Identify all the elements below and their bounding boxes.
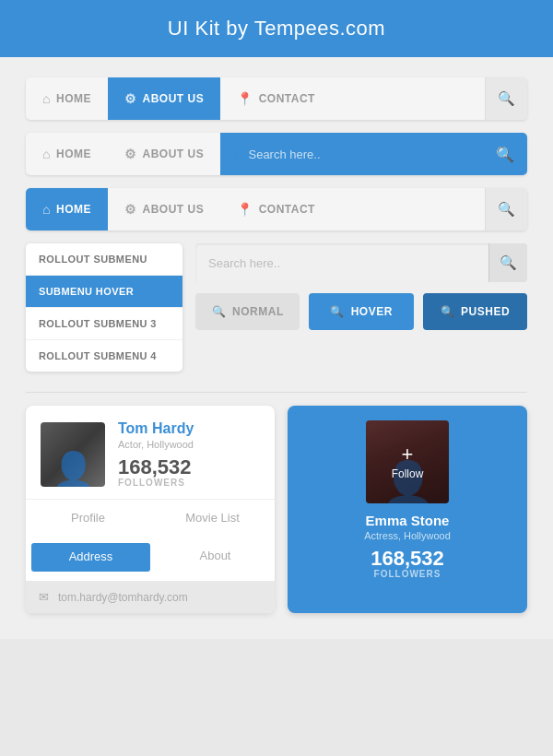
nav3-home-label: HOME xyxy=(56,203,91,216)
card-tom-tabs-2: Address About xyxy=(26,537,275,577)
nav1-home[interactable]: ⌂ HOME xyxy=(26,77,108,120)
submenu-item-3[interactable]: ROLLOUT SUBMENU 3 xyxy=(26,308,182,340)
nav-row-2: ⌂ HOME ⚙ ABOUT US › 🔍 xyxy=(26,133,527,175)
search-icon-2[interactable]: 🔍 xyxy=(496,146,514,163)
pushed-button[interactable]: 🔍 PUSHED xyxy=(423,293,527,330)
tab-about[interactable]: About xyxy=(156,537,275,577)
normal-btn-icon: 🔍 xyxy=(212,305,227,318)
button-states-row: 🔍 NORMAL 🔍 HOVER 🔍 PUSHED xyxy=(195,293,527,330)
email-icon: ✉ xyxy=(39,590,49,604)
nav1-search-button[interactable]: 🔍 xyxy=(485,77,527,120)
card-tom-info: Tom Hardy Actor, Hollywood 168,532 FOLLO… xyxy=(118,420,194,488)
normal-button[interactable]: 🔍 NORMAL xyxy=(195,293,300,330)
emma-name: Emma Stone xyxy=(366,513,450,528)
hover-button[interactable]: 🔍 HOVER xyxy=(309,293,413,330)
nav3-contact[interactable]: 📍 CONTACT xyxy=(220,188,332,230)
nav3-home[interactable]: ⌂ HOME xyxy=(26,188,108,230)
nav1-contact[interactable]: 📍 CONTACT xyxy=(220,77,332,120)
pin-icon-1: 📍 xyxy=(237,91,253,106)
hover-btn-icon: 🔍 xyxy=(330,305,345,318)
nav1-aboutus-label: ABOUT US xyxy=(142,92,204,105)
home-icon-2: ⌂ xyxy=(42,147,51,161)
home-icon-3: ⌂ xyxy=(42,202,51,217)
follow-label: Follow xyxy=(392,467,424,480)
hover-btn-label: HOVER xyxy=(351,305,393,318)
nav2-home-label: HOME xyxy=(56,148,91,160)
search-icon-4: 🔍 xyxy=(500,254,517,271)
cards-section: Tom Hardy Actor, Hollywood 168,532 FOLLO… xyxy=(26,406,527,613)
nav2-home[interactable]: ⌂ HOME xyxy=(26,133,108,175)
normal-btn-label: NORMAL xyxy=(232,305,284,318)
emma-followers-label: FOLLOWERS xyxy=(374,569,441,579)
emma-followers-count: 168,532 xyxy=(371,549,444,569)
gear-icon-1: ⚙ xyxy=(124,91,137,106)
standalone-search-bar: 🔍 xyxy=(195,243,527,282)
search-icon-1: 🔍 xyxy=(498,90,515,107)
right-panel: 🔍 🔍 NORMAL 🔍 HOVER 🔍 PUSHED xyxy=(195,243,527,372)
standalone-search-input[interactable] xyxy=(195,256,488,270)
main-content: ⌂ HOME ⚙ ABOUT US 📍 CONTACT 🔍 ⌂ HOME ⚙ A… xyxy=(0,57,553,639)
bottom-section: ROLLOUT SUBMENU SUBMENU HOVER ROLLOUT SU… xyxy=(26,243,527,372)
header: UI Kit by Tempees.com xyxy=(0,0,553,57)
card-tom-email-row: ✉ tom.hardy@tomhardy.com xyxy=(26,581,275,613)
nav3-search-button[interactable]: 🔍 xyxy=(485,188,527,230)
tab-address[interactable]: Address xyxy=(31,543,150,572)
emma-subtitle: Actress, Hollywood xyxy=(364,530,451,541)
nav-row-1: ⌂ HOME ⚙ ABOUT US 📍 CONTACT 🔍 xyxy=(26,77,527,120)
tom-email: tom.hardy@tomhardy.com xyxy=(58,591,188,604)
follow-plus-icon: + xyxy=(402,444,414,465)
submenu-item-2[interactable]: SUBMENU HOVER xyxy=(26,276,182,308)
tab-profile[interactable]: Profile xyxy=(26,500,150,537)
tom-name: Tom Hardy xyxy=(118,420,194,437)
nav-row-3: ⌂ HOME ⚙ ABOUT US 📍 CONTACT 🔍 xyxy=(26,188,527,230)
pin-icon-3: 📍 xyxy=(237,202,253,217)
nav1-contact-label: CONTACT xyxy=(259,92,315,105)
nav2-search-input[interactable] xyxy=(248,148,488,161)
follow-overlay[interactable]: + Follow xyxy=(366,420,449,503)
nav3-aboutus[interactable]: ⚙ ABOUT US xyxy=(108,188,220,230)
search-icon-3: 🔍 xyxy=(498,201,515,218)
nav3-contact-label: CONTACT xyxy=(259,203,315,216)
submenu-item-4[interactable]: ROLLOUT SUBMENU 4 xyxy=(26,340,182,372)
nav2-search-expand: › 🔍 xyxy=(220,133,527,175)
nav1-aboutus[interactable]: ⚙ ABOUT US xyxy=(108,77,220,120)
home-icon: ⌂ xyxy=(42,91,51,106)
nav2-aboutus-label: ABOUT US xyxy=(142,148,204,160)
standalone-search-button[interactable]: 🔍 xyxy=(488,243,527,282)
card-tom-hardy: Tom Hardy Actor, Hollywood 168,532 FOLLO… xyxy=(26,406,275,613)
gear-icon-3: ⚙ xyxy=(124,202,137,217)
gear-icon-2: ⚙ xyxy=(124,147,137,161)
pushed-btn-icon: 🔍 xyxy=(441,305,455,318)
header-title: UI Kit by Tempees.com xyxy=(168,17,385,41)
card-tom-tabs: Profile Movie List xyxy=(26,500,275,537)
card-emma-stone: + Follow Emma Stone Actress, Hollywood 1… xyxy=(288,406,527,613)
nav3-aboutus-label: ABOUT US xyxy=(142,203,204,216)
submenu-panel: ROLLOUT SUBMENU SUBMENU HOVER ROLLOUT SU… xyxy=(26,243,182,372)
avatar-emma: + Follow xyxy=(366,420,449,503)
submenu-item-1[interactable]: ROLLOUT SUBMENU xyxy=(26,243,182,276)
section-divider xyxy=(26,392,527,393)
tom-followers-count: 168,532 xyxy=(118,457,194,478)
nav2-aboutus[interactable]: ⚙ ABOUT US xyxy=(108,133,220,175)
nav2-arrow: › xyxy=(233,148,241,161)
pushed-btn-label: PUSHED xyxy=(461,305,510,318)
nav1-home-label: HOME xyxy=(56,92,91,105)
tom-followers-label: FOLLOWERS xyxy=(118,478,194,488)
tab-movie-list[interactable]: Movie List xyxy=(150,500,275,537)
avatar-tom xyxy=(41,422,105,487)
tom-subtitle: Actor, Hollywood xyxy=(118,439,194,450)
card-tom-top: Tom Hardy Actor, Hollywood 168,532 FOLLO… xyxy=(26,406,275,499)
